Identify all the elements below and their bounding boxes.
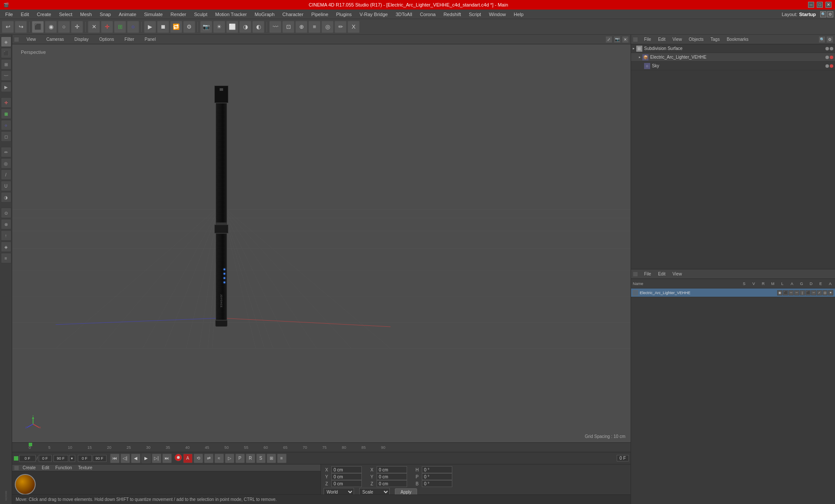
transport-goto-end[interactable]: ⏭ <box>162 454 172 463</box>
sidebar-poly-pen[interactable]: ✏ <box>1 147 11 157</box>
obj-tab-edit[interactable]: Edit <box>655 36 668 43</box>
xpresso-btn[interactable]: X <box>347 21 360 33</box>
transport-prev-key[interactable]: ◁| <box>120 454 130 463</box>
select-tool[interactable]: ✕ <box>88 21 100 33</box>
render-active-btn[interactable]: 🔁 <box>170 21 182 33</box>
vp-camera[interactable]: 📷 <box>614 36 621 43</box>
attr-vis-2[interactable]: ⬛ <box>783 290 788 295</box>
transport-record-rot[interactable]: R <box>246 454 255 463</box>
obj-item-subdivision[interactable]: ▸ ⊞ Subdivision Surface <box>631 44 835 53</box>
render-btn[interactable]: ▶ <box>144 21 156 33</box>
obj-settings-icon[interactable]: ⚙ <box>826 36 833 43</box>
obj-tab-tags[interactable]: Tags <box>708 36 722 43</box>
mode-object[interactable]: ⬛ <box>32 21 44 33</box>
menu-plugins[interactable]: Plugins <box>333 11 355 18</box>
viewport-canvas[interactable]: JOYOACE Perspective Grid Spacing : 10 cm <box>12 44 631 442</box>
sidebar-magnet[interactable]: U <box>1 181 11 191</box>
menu-snap[interactable]: Snap <box>96 11 114 18</box>
transport-record-scale[interactable]: S <box>256 454 266 463</box>
transport-loop[interactable]: ⟲ <box>194 454 203 463</box>
transport-animate[interactable]: ▷ <box>225 454 234 463</box>
menu-render[interactable]: Render <box>167 11 190 18</box>
transport-record-all[interactable]: ⊞ <box>267 454 276 463</box>
sidebar-snap[interactable]: ⊙ <box>1 208 11 218</box>
mat-tab-function[interactable]: Function <box>53 464 74 471</box>
search-btn[interactable]: 🔍 <box>820 11 826 17</box>
maximize-button[interactable]: □ <box>817 2 823 8</box>
menu-pipeline[interactable]: Pipeline <box>308 11 332 18</box>
obj-tab-objects[interactable]: Objects <box>686 36 706 43</box>
menu-redshift[interactable]: Redshift <box>440 11 464 18</box>
hair-btn[interactable]: ≡ <box>308 21 321 33</box>
attr-vis-4[interactable]: ─ <box>794 290 799 295</box>
obj-tab-file[interactable]: File <box>641 36 654 43</box>
x-size-input[interactable] <box>377 466 407 473</box>
transport-play-back[interactable]: ◀ <box>131 454 140 463</box>
menu-mesh[interactable]: Mesh <box>77 11 95 18</box>
menu-character[interactable]: Character <box>279 11 307 18</box>
obj-tab-bookmarks[interactable]: Bookmarks <box>724 36 751 43</box>
viewport-tab-display[interactable]: Display <box>70 36 94 43</box>
render-settings-btn[interactable]: ⚙ <box>183 21 195 33</box>
sidebar-obj-mode[interactable]: ⬛ <box>1 48 11 58</box>
obj-tab-view[interactable]: View <box>670 36 685 43</box>
cam-btn[interactable]: 📷 <box>200 21 212 33</box>
obj-item-electric[interactable]: ▸ 📦 Electric_Arc_Lighter_VEHHE <box>631 53 835 62</box>
move-tool[interactable]: ✛ <box>101 21 113 33</box>
preview-start-input[interactable] <box>78 455 92 462</box>
end-frame-input[interactable] <box>53 455 68 462</box>
menu-simulate[interactable]: Simulate <box>140 11 166 18</box>
mat-tab-edit[interactable]: Edit <box>39 464 52 471</box>
sidebar-weld[interactable]: ⊗ <box>1 219 11 229</box>
sidebar-deform-mode[interactable]: 〰 <box>1 70 11 81</box>
obj-search-icon[interactable]: 🔍 <box>818 36 825 43</box>
menu-script[interactable]: Script <box>465 11 484 18</box>
tool-mode-btn[interactable]: ◈ <box>1 36 11 47</box>
menu-corona[interactable]: Corona <box>417 11 439 18</box>
transport-rec[interactable]: ⏺ <box>174 454 182 461</box>
deformer-btn[interactable]: 〰 <box>269 21 281 33</box>
attr-vis-9[interactable]: ◎ <box>822 290 828 295</box>
menu-help[interactable]: Help <box>510 11 527 18</box>
sculpt-btn[interactable]: ◎ <box>321 21 334 33</box>
z-size-input[interactable] <box>377 480 407 487</box>
viewport-tab-options[interactable]: Options <box>94 36 119 43</box>
floor-btn[interactable]: ⬜ <box>226 21 238 33</box>
menu-motion-tracker[interactable]: Motion Tracker <box>212 11 250 18</box>
attr-vis-7[interactable]: ─ <box>811 290 816 295</box>
obj-item-sky[interactable]: ○ Sky <box>631 62 835 70</box>
vp-close[interactable]: ✕ <box>622 36 629 43</box>
viewport-tab-cameras[interactable]: Cameras <box>42 36 69 43</box>
material-ball[interactable] <box>15 474 36 495</box>
sidebar-bevel[interactable]: ◈ <box>1 242 11 252</box>
menu-select[interactable]: Select <box>56 11 76 18</box>
p-rotation-input[interactable] <box>422 473 452 480</box>
viewport-tab-view[interactable]: View <box>22 36 41 43</box>
sidebar-knife[interactable]: / <box>1 169 11 180</box>
h-rotation-input[interactable] <box>422 466 452 473</box>
mograph-btn[interactable]: ⊡ <box>282 21 294 33</box>
menu-sculpt[interactable]: Sculpt <box>190 11 211 18</box>
attr-vis-6[interactable]: ⬛ <box>805 290 811 295</box>
transport-ping[interactable]: ⇌ <box>204 454 214 463</box>
mode-edges[interactable]: ○ <box>58 21 70 33</box>
x-position-input[interactable] <box>331 466 362 473</box>
sidebar-scale[interactable]: ⊞ <box>1 109 11 119</box>
attr-vis-3[interactable]: ─ <box>788 290 794 295</box>
current-frame-input[interactable] <box>19 455 36 462</box>
attr-vis-1[interactable]: ◉ <box>777 290 782 295</box>
z-position-input[interactable] <box>331 480 362 487</box>
menu-window[interactable]: Window <box>485 11 509 18</box>
attr-item-electric[interactable]: Electric_Arc_Lighter_VEHHE ◉ ⬛ ─ ─ | ⬛ ─… <box>631 288 835 297</box>
redo-button[interactable]: ↪ <box>15 21 27 33</box>
y-size-input[interactable] <box>377 473 407 480</box>
undo-button[interactable]: ↩ <box>2 21 14 33</box>
y-position-input[interactable] <box>331 473 362 480</box>
attr-vis-10[interactable]: ✦ <box>828 290 833 295</box>
attr-tab-edit[interactable]: Edit <box>655 271 668 277</box>
sidebar-extrude[interactable]: ↑ <box>1 230 11 241</box>
transport-timeline[interactable]: ≡ <box>277 454 287 463</box>
start-frame-input[interactable] <box>39 455 52 462</box>
timeline-ruler[interactable]: 0 5 10 15 20 25 30 35 40 45 50 55 60 65 … <box>12 442 631 452</box>
preview-end-input[interactable] <box>93 455 107 462</box>
